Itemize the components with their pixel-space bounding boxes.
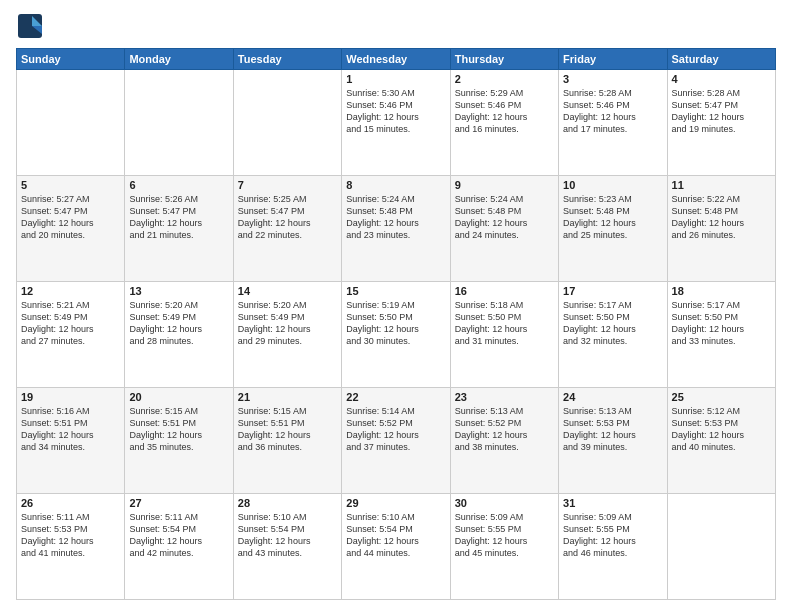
weekday-header-saturday: Saturday [667,49,775,70]
day-cell: 15Sunrise: 5:19 AM Sunset: 5:50 PM Dayli… [342,282,450,388]
day-cell: 2Sunrise: 5:29 AM Sunset: 5:46 PM Daylig… [450,70,558,176]
day-number: 6 [129,179,228,191]
day-number: 12 [21,285,120,297]
day-number: 2 [455,73,554,85]
day-info: Sunrise: 5:16 AM Sunset: 5:51 PM Dayligh… [21,405,120,454]
weekday-header-monday: Monday [125,49,233,70]
day-number: 13 [129,285,228,297]
day-cell: 1Sunrise: 5:30 AM Sunset: 5:46 PM Daylig… [342,70,450,176]
week-row-4: 19Sunrise: 5:16 AM Sunset: 5:51 PM Dayli… [17,388,776,494]
weekday-header-row: SundayMondayTuesdayWednesdayThursdayFrid… [17,49,776,70]
day-number: 14 [238,285,337,297]
day-info: Sunrise: 5:13 AM Sunset: 5:52 PM Dayligh… [455,405,554,454]
day-cell: 9Sunrise: 5:24 AM Sunset: 5:48 PM Daylig… [450,176,558,282]
day-info: Sunrise: 5:20 AM Sunset: 5:49 PM Dayligh… [129,299,228,348]
day-number: 21 [238,391,337,403]
logo [16,12,48,40]
day-number: 18 [672,285,771,297]
day-cell: 30Sunrise: 5:09 AM Sunset: 5:55 PM Dayli… [450,494,558,600]
day-number: 17 [563,285,662,297]
day-info: Sunrise: 5:12 AM Sunset: 5:53 PM Dayligh… [672,405,771,454]
day-info: Sunrise: 5:09 AM Sunset: 5:55 PM Dayligh… [563,511,662,560]
weekday-header-wednesday: Wednesday [342,49,450,70]
day-number: 9 [455,179,554,191]
day-info: Sunrise: 5:15 AM Sunset: 5:51 PM Dayligh… [238,405,337,454]
day-cell: 28Sunrise: 5:10 AM Sunset: 5:54 PM Dayli… [233,494,341,600]
day-info: Sunrise: 5:11 AM Sunset: 5:54 PM Dayligh… [129,511,228,560]
day-cell: 7Sunrise: 5:25 AM Sunset: 5:47 PM Daylig… [233,176,341,282]
day-cell: 27Sunrise: 5:11 AM Sunset: 5:54 PM Dayli… [125,494,233,600]
day-cell: 18Sunrise: 5:17 AM Sunset: 5:50 PM Dayli… [667,282,775,388]
day-cell: 29Sunrise: 5:10 AM Sunset: 5:54 PM Dayli… [342,494,450,600]
day-info: Sunrise: 5:10 AM Sunset: 5:54 PM Dayligh… [346,511,445,560]
day-cell: 26Sunrise: 5:11 AM Sunset: 5:53 PM Dayli… [17,494,125,600]
day-cell: 25Sunrise: 5:12 AM Sunset: 5:53 PM Dayli… [667,388,775,494]
day-info: Sunrise: 5:17 AM Sunset: 5:50 PM Dayligh… [563,299,662,348]
day-number: 3 [563,73,662,85]
day-number: 8 [346,179,445,191]
day-number: 26 [21,497,120,509]
day-info: Sunrise: 5:11 AM Sunset: 5:53 PM Dayligh… [21,511,120,560]
day-cell: 21Sunrise: 5:15 AM Sunset: 5:51 PM Dayli… [233,388,341,494]
week-row-5: 26Sunrise: 5:11 AM Sunset: 5:53 PM Dayli… [17,494,776,600]
day-cell: 3Sunrise: 5:28 AM Sunset: 5:46 PM Daylig… [559,70,667,176]
day-info: Sunrise: 5:25 AM Sunset: 5:47 PM Dayligh… [238,193,337,242]
day-cell: 16Sunrise: 5:18 AM Sunset: 5:50 PM Dayli… [450,282,558,388]
day-info: Sunrise: 5:24 AM Sunset: 5:48 PM Dayligh… [455,193,554,242]
day-info: Sunrise: 5:17 AM Sunset: 5:50 PM Dayligh… [672,299,771,348]
day-info: Sunrise: 5:28 AM Sunset: 5:46 PM Dayligh… [563,87,662,136]
day-info: Sunrise: 5:24 AM Sunset: 5:48 PM Dayligh… [346,193,445,242]
day-info: Sunrise: 5:26 AM Sunset: 5:47 PM Dayligh… [129,193,228,242]
day-number: 29 [346,497,445,509]
weekday-header-friday: Friday [559,49,667,70]
day-cell [125,70,233,176]
day-number: 15 [346,285,445,297]
day-number: 30 [455,497,554,509]
day-cell: 24Sunrise: 5:13 AM Sunset: 5:53 PM Dayli… [559,388,667,494]
day-cell: 10Sunrise: 5:23 AM Sunset: 5:48 PM Dayli… [559,176,667,282]
header [16,12,776,40]
day-info: Sunrise: 5:30 AM Sunset: 5:46 PM Dayligh… [346,87,445,136]
day-cell: 4Sunrise: 5:28 AM Sunset: 5:47 PM Daylig… [667,70,775,176]
day-cell: 20Sunrise: 5:15 AM Sunset: 5:51 PM Dayli… [125,388,233,494]
day-info: Sunrise: 5:20 AM Sunset: 5:49 PM Dayligh… [238,299,337,348]
day-info: Sunrise: 5:22 AM Sunset: 5:48 PM Dayligh… [672,193,771,242]
day-number: 24 [563,391,662,403]
day-info: Sunrise: 5:27 AM Sunset: 5:47 PM Dayligh… [21,193,120,242]
day-info: Sunrise: 5:21 AM Sunset: 5:49 PM Dayligh… [21,299,120,348]
day-cell [17,70,125,176]
week-row-1: 1Sunrise: 5:30 AM Sunset: 5:46 PM Daylig… [17,70,776,176]
day-number: 4 [672,73,771,85]
week-row-2: 5Sunrise: 5:27 AM Sunset: 5:47 PM Daylig… [17,176,776,282]
day-number: 7 [238,179,337,191]
day-number: 22 [346,391,445,403]
day-info: Sunrise: 5:18 AM Sunset: 5:50 PM Dayligh… [455,299,554,348]
day-cell: 14Sunrise: 5:20 AM Sunset: 5:49 PM Dayli… [233,282,341,388]
weekday-header-sunday: Sunday [17,49,125,70]
day-number: 27 [129,497,228,509]
day-number: 25 [672,391,771,403]
day-number: 28 [238,497,337,509]
day-cell: 23Sunrise: 5:13 AM Sunset: 5:52 PM Dayli… [450,388,558,494]
day-info: Sunrise: 5:13 AM Sunset: 5:53 PM Dayligh… [563,405,662,454]
day-info: Sunrise: 5:28 AM Sunset: 5:47 PM Dayligh… [672,87,771,136]
day-number: 31 [563,497,662,509]
weekday-header-thursday: Thursday [450,49,558,70]
day-cell: 12Sunrise: 5:21 AM Sunset: 5:49 PM Dayli… [17,282,125,388]
day-cell: 22Sunrise: 5:14 AM Sunset: 5:52 PM Dayli… [342,388,450,494]
day-info: Sunrise: 5:09 AM Sunset: 5:55 PM Dayligh… [455,511,554,560]
weekday-header-tuesday: Tuesday [233,49,341,70]
day-cell: 13Sunrise: 5:20 AM Sunset: 5:49 PM Dayli… [125,282,233,388]
day-number: 10 [563,179,662,191]
day-number: 16 [455,285,554,297]
page: SundayMondayTuesdayWednesdayThursdayFrid… [0,0,792,612]
day-number: 23 [455,391,554,403]
calendar-table: SundayMondayTuesdayWednesdayThursdayFrid… [16,48,776,600]
day-number: 5 [21,179,120,191]
day-cell: 5Sunrise: 5:27 AM Sunset: 5:47 PM Daylig… [17,176,125,282]
day-info: Sunrise: 5:19 AM Sunset: 5:50 PM Dayligh… [346,299,445,348]
week-row-3: 12Sunrise: 5:21 AM Sunset: 5:49 PM Dayli… [17,282,776,388]
day-cell: 31Sunrise: 5:09 AM Sunset: 5:55 PM Dayli… [559,494,667,600]
day-cell: 8Sunrise: 5:24 AM Sunset: 5:48 PM Daylig… [342,176,450,282]
day-number: 19 [21,391,120,403]
